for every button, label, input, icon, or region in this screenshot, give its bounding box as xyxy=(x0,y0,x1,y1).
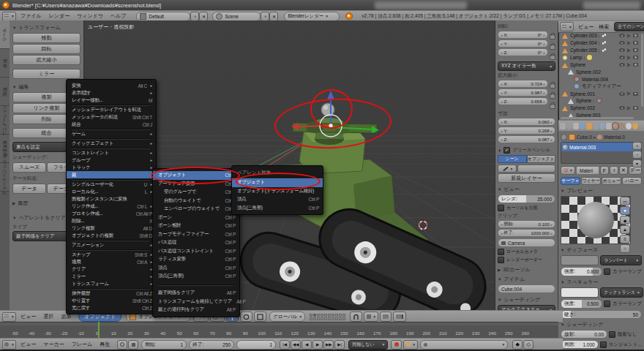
menu-item[interactable]: メッシュデータの転送 Shift Ctrl T xyxy=(67,113,156,121)
add-layout-button[interactable]: ＋ xyxy=(190,12,199,21)
close-scene-button[interactable]: ✕ xyxy=(269,12,278,21)
tool-shelf-tab[interactable]: 関係 xyxy=(0,78,10,106)
layer-cell[interactable] xyxy=(342,317,345,320)
scene-selector[interactable]: Scene xyxy=(212,12,261,21)
physics-tab-icon[interactable] xyxy=(632,123,638,129)
preview-world-button[interactable]: ○ xyxy=(620,244,630,253)
menu-item[interactable]: リンク作成... Ctrl L ▸ xyxy=(67,203,156,210)
layer-cell[interactable] xyxy=(335,317,338,320)
selectable-icon[interactable] xyxy=(627,34,631,38)
selectable-icon[interactable] xyxy=(627,56,631,60)
material-type-tab[interactable]: ワイヤー xyxy=(581,177,601,185)
timeline-ruler[interactable]: -50-40-30-20-100102030405060708090100110… xyxy=(7,331,533,336)
disclosure-triangle-icon[interactable]: ▼ xyxy=(12,26,16,30)
add-scene-button[interactable]: ＋ xyxy=(261,12,269,21)
texture-tab-icon[interactable] xyxy=(619,123,625,129)
frame-start-field[interactable]: 開始:1 xyxy=(141,340,187,350)
world-tab-icon[interactable] xyxy=(580,123,585,129)
fake-user-button[interactable]: F xyxy=(600,166,609,175)
menu-item[interactable]: オブジェクト Ctrl P xyxy=(153,171,239,180)
menu-item[interactable]: 統合 Ctrl J xyxy=(67,121,156,128)
outliner-row[interactable]: Sphere xyxy=(560,61,643,69)
data-tab-icon[interactable] xyxy=(606,123,612,129)
particles-tab-icon[interactable] xyxy=(626,123,632,129)
render-icon[interactable] xyxy=(633,34,638,37)
browse-material-button[interactable]: ▾ xyxy=(561,166,575,175)
clip-end-field[interactable]: 終了:1000.000 xyxy=(498,229,555,237)
render-icon[interactable] xyxy=(633,56,638,59)
scale-field[interactable]: Y:0.987 xyxy=(498,88,548,97)
disclosure-triangle-icon[interactable]: ▼ xyxy=(12,85,16,89)
outliner-row[interactable]: Sphere | xyxy=(560,97,643,105)
menu-item[interactable]: オブジェクトの複製 Shift D xyxy=(67,232,156,239)
menu-item[interactable]: オブジェクト xyxy=(232,178,323,187)
menu-item[interactable]: プロキシ作成... Ctrl Alt P xyxy=(67,210,156,217)
layer-cell[interactable] xyxy=(328,314,331,317)
menu-item[interactable]: ファイル xyxy=(20,12,42,20)
lock-icon[interactable] xyxy=(550,55,555,60)
material-name-field[interactable]: Materi xyxy=(576,166,599,175)
editor-type-button[interactable]: ▾ xyxy=(2,12,16,21)
menu-item[interactable]: パス追従 Ctrl P xyxy=(153,238,239,247)
delete-keyframe-button[interactable]: ◇ xyxy=(523,340,533,350)
selectable-icon[interactable] xyxy=(627,63,631,67)
menu-item[interactable]: トランスフォーム ▸ xyxy=(67,280,156,287)
layer-cell[interactable] xyxy=(328,317,331,320)
preview-monkey-button[interactable]: ▲ xyxy=(620,225,630,234)
tool-shelf-tab[interactable]: 作成 xyxy=(0,49,10,78)
render-layers-tab-icon[interactable] xyxy=(566,123,572,129)
keying-set-button[interactable]: ▾ xyxy=(403,340,418,350)
menu-item[interactable]: 変換 Alt C ▸ xyxy=(67,82,156,89)
mirror-button[interactable]: ミラー xyxy=(12,69,80,79)
menu-item[interactable]: コンストレイント ▸ xyxy=(67,149,156,156)
active-item-field[interactable]: Cube.004 xyxy=(498,284,555,293)
record-button[interactable] xyxy=(391,340,402,350)
outliner-row[interactable]: Sphere.002 xyxy=(560,68,643,75)
menu-item[interactable]: 再生 xyxy=(100,341,110,348)
outliner-filter-dropdown[interactable]: 全てのシーン▾ xyxy=(614,22,644,31)
shade-smooth-button[interactable]: スムーズ xyxy=(12,162,46,173)
preview-hair-button[interactable]: ≡ xyxy=(620,235,630,244)
menu-item[interactable]: レイヤー移動... M xyxy=(67,97,156,104)
layer-cell[interactable] xyxy=(332,314,334,317)
sync-dropdown[interactable]: 同期しない▾ xyxy=(348,340,388,350)
local-camera-checkbox[interactable] xyxy=(498,249,504,255)
tool-shelf-tab[interactable]: ツール xyxy=(0,20,10,49)
material-type-tab[interactable]: ハロー xyxy=(622,177,642,185)
menu-item[interactable]: 表示/隠す ▸ xyxy=(67,89,156,97)
rotation-field[interactable]: Y:0° xyxy=(498,39,548,48)
menu-item[interactable]: アーマチュア変形 Ctrl P xyxy=(153,180,239,189)
slot-specials-button[interactable]: ▾ xyxy=(632,159,642,167)
menu-item[interactable]: カーブモディファイアー Ctrl P xyxy=(153,230,239,239)
disclosure-triangle-icon[interactable]: ▼ xyxy=(561,280,564,284)
tangent-checkbox[interactable] xyxy=(600,341,607,348)
constraints-tab-icon[interactable] xyxy=(593,123,599,129)
shadeless-checkbox[interactable] xyxy=(609,331,615,338)
render-icon[interactable] xyxy=(633,41,638,45)
specular-color-swatch[interactable] xyxy=(561,287,599,298)
new-gp-layer-button[interactable]: 新規レイヤー xyxy=(498,173,555,183)
menu-item[interactable]: ビュー xyxy=(20,341,36,348)
layer-cell[interactable] xyxy=(324,314,327,317)
menu-item[interactable]: 面複製インスタンスに変換 xyxy=(67,195,156,203)
breadcrumb-object[interactable]: Cube.0 xyxy=(577,135,592,140)
preview-flat-button[interactable]: ▭ xyxy=(620,197,630,205)
menu-item[interactable]: 親 ▸ xyxy=(67,171,156,178)
eye-icon[interactable] xyxy=(619,34,625,37)
menu-item[interactable]: ゲーム ▸ xyxy=(67,130,156,137)
menu-item[interactable]: グループ ▸ xyxy=(67,156,156,164)
close-layout-button[interactable]: ✕ xyxy=(199,12,208,21)
lock-icon[interactable] xyxy=(550,34,555,39)
playback-button[interactable]: ▶| xyxy=(334,340,345,350)
menu-item[interactable]: ヘルプ xyxy=(111,12,127,20)
menu-item[interactable]: 頂点(三角形) Ctrl P xyxy=(232,204,323,213)
menu-item[interactable]: 親子関係をクリア Alt P xyxy=(153,289,239,298)
render-icon[interactable] xyxy=(633,48,638,52)
menu-item[interactable]: トラック ▸ xyxy=(67,164,156,171)
selectable-icon[interactable] xyxy=(627,48,631,53)
eye-icon[interactable] xyxy=(619,56,625,59)
layer-cell[interactable] xyxy=(317,314,320,317)
menu-item[interactable]: エンベロープのウェイトで Ctrl P xyxy=(153,205,239,214)
menu-item[interactable]: フレーム xyxy=(72,341,93,348)
menu-item[interactable]: ビュー xyxy=(578,23,594,31)
